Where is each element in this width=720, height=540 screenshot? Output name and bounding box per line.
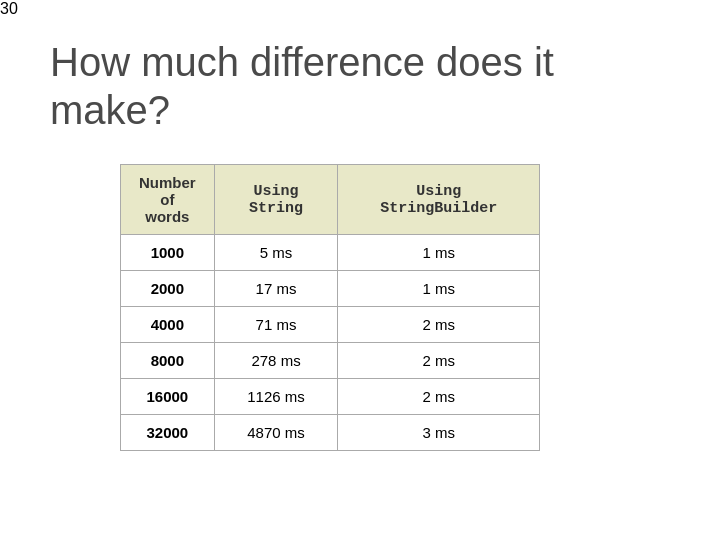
table-row: 320004870 ms3 ms: [121, 415, 540, 451]
cell-string-time: 278 ms: [214, 343, 338, 379]
cell-words: 32000: [121, 415, 215, 451]
table-row: 200017 ms1 ms: [121, 271, 540, 307]
table-row: 160001126 ms2 ms: [121, 379, 540, 415]
cell-words: 1000: [121, 235, 215, 271]
cell-sb-time: 1 ms: [338, 235, 540, 271]
col-header-words: Number of words: [121, 165, 215, 235]
cell-sb-time: 3 ms: [338, 415, 540, 451]
cell-words: 2000: [121, 271, 215, 307]
slide-number-bar: 30: [0, 0, 720, 18]
col-header-stringbuilder: Using StringBuilder: [338, 165, 540, 235]
table-body: 10005 ms1 ms200017 ms1 ms400071 ms2 ms80…: [121, 235, 540, 451]
cell-sb-time: 2 ms: [338, 379, 540, 415]
cell-string-time: 17 ms: [214, 271, 338, 307]
cell-words: 16000: [121, 379, 215, 415]
slide-number: 30: [0, 0, 18, 17]
slide-title: How much difference does it make?: [50, 38, 670, 134]
cell-sb-time: 2 ms: [338, 343, 540, 379]
col-header-string: Using String: [214, 165, 338, 235]
table-header-row: Number of words Using String Using Strin…: [121, 165, 540, 235]
cell-string-time: 4870 ms: [214, 415, 338, 451]
table-row: 400071 ms2 ms: [121, 307, 540, 343]
cell-string-time: 71 ms: [214, 307, 338, 343]
cell-sb-time: 2 ms: [338, 307, 540, 343]
table-row: 8000278 ms2 ms: [121, 343, 540, 379]
performance-table: Number of words Using String Using Strin…: [120, 164, 540, 451]
cell-words: 4000: [121, 307, 215, 343]
cell-string-time: 1126 ms: [214, 379, 338, 415]
cell-string-time: 5 ms: [214, 235, 338, 271]
cell-sb-time: 1 ms: [338, 271, 540, 307]
table-row: 10005 ms1 ms: [121, 235, 540, 271]
cell-words: 8000: [121, 343, 215, 379]
slide-content: How much difference does it make? Number…: [0, 18, 720, 471]
